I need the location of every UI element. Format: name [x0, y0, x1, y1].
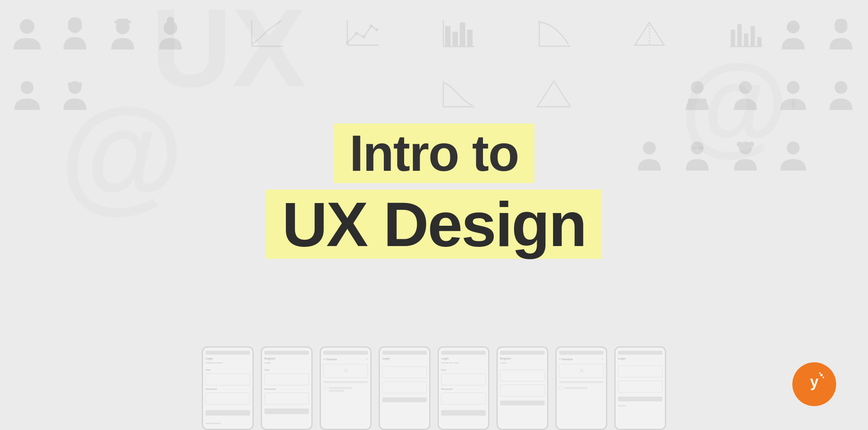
main-content: Intro to UX Design — [0, 0, 868, 430]
title-line-2: UX Design — [282, 189, 586, 259]
title-line-2-container: UX Design — [266, 190, 602, 259]
svg-point-65 — [823, 377, 824, 378]
svg-text:y: y — [810, 373, 818, 390]
svg-point-66 — [819, 372, 821, 374]
logo-icon: y — [802, 369, 827, 400]
title-block: Intro to UX Design — [266, 123, 602, 259]
title-line-1-container: Intro to — [334, 123, 535, 183]
logo-badge: y — [792, 362, 836, 406]
title-line-1: Intro to — [350, 125, 519, 182]
svg-point-64 — [820, 374, 823, 376]
